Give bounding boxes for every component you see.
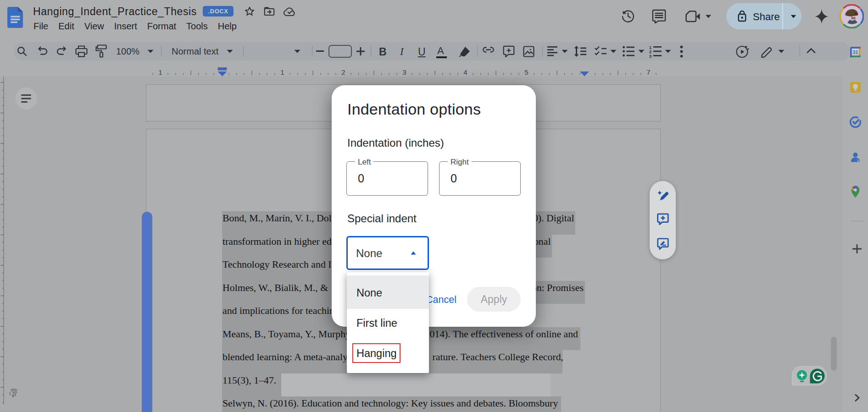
- svg-text:4: 4: [463, 68, 467, 76]
- svg-text:1: 1: [158, 68, 162, 76]
- svg-text:1: 1: [280, 68, 284, 76]
- svg-text:7: 7: [646, 68, 650, 76]
- svg-text:2: 2: [341, 68, 345, 76]
- svg-text:3: 3: [402, 68, 406, 76]
- svg-text:5: 5: [524, 68, 528, 76]
- svg-text:3: 3: [649, 54, 651, 58]
- svg-text:31: 31: [852, 49, 858, 55]
